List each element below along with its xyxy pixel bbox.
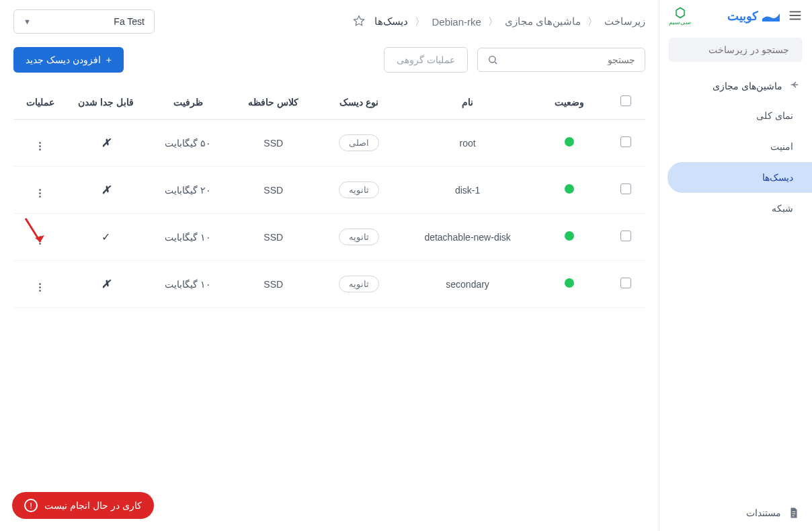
sidebar-item-label: نمای کلی xyxy=(756,110,793,121)
status-indicator xyxy=(565,137,574,147)
breadcrumb-item[interactable]: Debian-rke xyxy=(432,16,481,28)
disk-name: detachable-new-disk xyxy=(402,214,533,261)
add-disk-button[interactable]: + افزودن دیسک جدید xyxy=(13,47,124,73)
breadcrumb-current: دیسک‌ها xyxy=(374,15,408,28)
header-name: نام xyxy=(402,85,533,120)
brand-secondary: سی‌سیم xyxy=(669,7,691,26)
svg-line-8 xyxy=(495,62,497,64)
sidebar-search[interactable] xyxy=(669,38,803,62)
alert-icon: ! xyxy=(24,499,38,512)
disk-class: SSD xyxy=(231,120,316,167)
disk-detachable: ✗ xyxy=(67,261,145,308)
status-pill-text: کاری در حال انجام نیست xyxy=(44,500,142,511)
chevron-left-icon: 〈 xyxy=(488,15,498,28)
svg-point-7 xyxy=(489,56,495,63)
header-detachable: قابل جدا شدن xyxy=(67,85,145,120)
table-row: detachable-new-disk ثانویه SSD ۱۰ گیگابا… xyxy=(13,214,645,261)
disk-class: SSD xyxy=(231,214,316,261)
sidebar-item-disks[interactable]: دیسک‌ها xyxy=(667,162,812,193)
disk-capacity: ۵۰ گیگابایت xyxy=(145,120,231,167)
disk-capacity: ۲۰ گیگابایت xyxy=(145,167,231,214)
breadcrumb: زیرساخت 〈 ماشین‌های مجازی 〈 Debian-rke 〈… xyxy=(374,15,645,28)
sidebar-docs[interactable]: مستندات xyxy=(659,495,812,531)
svg-marker-6 xyxy=(354,15,364,25)
sidebar-item-network[interactable]: شبکه xyxy=(667,193,812,224)
disk-class: SSD xyxy=(231,261,316,308)
menu-toggle[interactable] xyxy=(788,8,803,25)
status-indicator xyxy=(565,184,574,194)
chevron-left-icon: 〈 xyxy=(415,15,425,28)
disk-name: disk-1 xyxy=(402,167,533,214)
sidebar-item-overview[interactable]: نمای کلی xyxy=(667,100,812,131)
header-capacity: ظرفیت xyxy=(145,85,231,120)
chevron-left-icon: 〈 xyxy=(587,15,598,28)
plus-icon: + xyxy=(106,54,112,65)
sidebar-section-label: ماشین‌های مجازی xyxy=(713,81,782,91)
status-pill[interactable]: کاری در حال انجام نیست ! xyxy=(12,492,154,519)
disk-detachable: ✓ xyxy=(67,214,145,261)
disk-capacity: ۱۰ گیگابایت xyxy=(145,214,231,261)
table-row: disk-1 ثانویه SSD ۲۰ گیگابایت ✗ xyxy=(13,167,645,214)
row-checkbox[interactable] xyxy=(620,278,631,288)
table-row: secondary ثانویه SSD ۱۰ گیگابایت ✗ xyxy=(13,261,645,308)
row-checkbox[interactable] xyxy=(620,231,631,241)
disks-table: وضعیت نام نوع دیسک کلاس حافظه ظرفیت قابل… xyxy=(13,85,645,308)
disk-type-badge: اصلی xyxy=(339,134,379,151)
table-search[interactable] xyxy=(477,48,645,72)
row-actions-button[interactable] xyxy=(39,142,41,151)
arrow-right-icon xyxy=(789,79,800,92)
disk-name: secondary xyxy=(402,261,533,308)
sidebar-section-vms[interactable]: ماشین‌های مجازی xyxy=(659,71,812,100)
sidebar-search-input[interactable] xyxy=(672,44,789,55)
document-icon xyxy=(788,507,800,519)
status-indicator xyxy=(565,278,574,288)
breadcrumb-item[interactable]: زیرساخت xyxy=(604,15,645,28)
sidebar-docs-label: مستندات xyxy=(746,507,781,518)
header-type: نوع دیسک xyxy=(316,85,402,120)
table-row: root اصلی SSD ۵۰ گیگابایت ✗ xyxy=(13,120,645,167)
row-checkbox[interactable] xyxy=(620,183,631,194)
disk-name: root xyxy=(402,120,533,167)
disk-capacity: ۱۰ گیگابایت xyxy=(145,261,231,308)
row-checkbox[interactable] xyxy=(620,136,631,147)
status-indicator xyxy=(565,231,574,241)
sidebar-item-label: امنیت xyxy=(770,141,793,152)
add-disk-label: افزودن دیسک جدید xyxy=(26,54,101,65)
search-icon xyxy=(487,54,498,65)
caret-down-icon: ▼ xyxy=(24,17,31,26)
brand-logo: کوبیت xyxy=(727,9,780,24)
disk-detachable: ✗ xyxy=(67,120,145,167)
disk-class: SSD xyxy=(231,167,316,214)
row-actions-button[interactable] xyxy=(39,283,41,292)
row-actions-button[interactable] xyxy=(39,236,41,245)
disk-detachable: ✗ xyxy=(67,167,145,214)
row-actions-button[interactable] xyxy=(39,189,41,198)
disk-type-badge: ثانویه xyxy=(339,276,379,292)
header-class: کلاس حافظه xyxy=(231,85,316,120)
star-icon[interactable] xyxy=(353,15,365,29)
sidebar-item-label: دیسک‌ها xyxy=(762,172,793,183)
table-search-input[interactable] xyxy=(505,54,635,65)
project-select-label: Fa Test xyxy=(114,16,145,27)
group-operations-button: عملیات گروهی xyxy=(384,47,468,73)
disk-type-badge: ثانویه xyxy=(339,181,379,198)
sidebar-item-security[interactable]: امنیت xyxy=(667,131,812,162)
disk-type-badge: ثانویه xyxy=(339,229,379,245)
header-status: وضعیت xyxy=(533,85,606,120)
select-all-checkbox[interactable] xyxy=(620,95,631,106)
project-select[interactable]: Fa Test ▼ xyxy=(13,9,155,34)
sidebar-item-label: شبکه xyxy=(772,203,793,214)
breadcrumb-item[interactable]: ماشین‌های مجازی xyxy=(505,15,581,28)
header-actions: عملیات xyxy=(13,85,67,120)
